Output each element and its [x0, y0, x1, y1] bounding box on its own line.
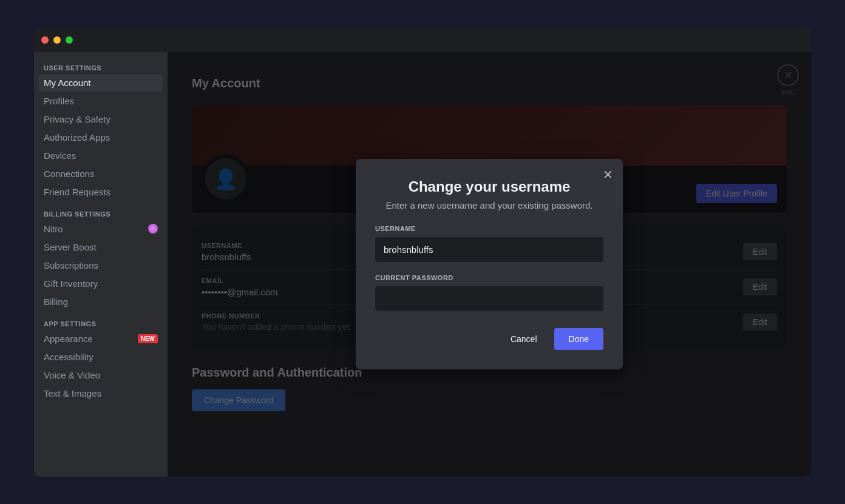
- sidebar-item-authorized-apps[interactable]: Authorized Apps: [39, 129, 163, 146]
- app-window: USER SETTINGS My Account Profiles Privac…: [34, 28, 811, 477]
- sidebar-item-my-account[interactable]: My Account: [39, 74, 163, 92]
- modal-subtitle: Enter a new username and your existing p…: [375, 200, 603, 210]
- new-badge: NEW: [138, 334, 158, 343]
- sidebar-item-privacy-safety[interactable]: Privacy & Safety: [39, 110, 163, 128]
- sidebar-item-gift-inventory[interactable]: Gift Inventory: [39, 275, 163, 292]
- sidebar: USER SETTINGS My Account Profiles Privac…: [34, 52, 168, 477]
- modal-close-button[interactable]: ✕: [603, 169, 613, 181]
- sidebar-item-accessibility[interactable]: Accessibility: [39, 348, 163, 366]
- minimize-button[interactable]: [53, 36, 61, 44]
- sidebar-item-voice-video[interactable]: Voice & Video: [39, 366, 163, 384]
- sidebar-item-nitro[interactable]: Nitro: [39, 220, 163, 238]
- modal-done-button[interactable]: Done: [554, 328, 603, 350]
- modal-password-label: CURRENT PASSWORD: [375, 274, 603, 281]
- close-button[interactable]: [41, 36, 49, 44]
- maximize-button[interactable]: [66, 36, 73, 44]
- sidebar-item-subscriptions[interactable]: Subscriptions: [39, 257, 163, 274]
- billing-settings-label: BILLING SETTINGS: [39, 210, 163, 218]
- modal-actions: Cancel Done: [375, 328, 603, 350]
- sidebar-item-billing[interactable]: Billing: [39, 293, 163, 311]
- modal-username-input[interactable]: [375, 237, 603, 262]
- app-settings-label: APP SETTINGS: [39, 320, 163, 328]
- sidebar-item-friend-requests[interactable]: Friend Requests: [39, 183, 163, 201]
- sidebar-item-profiles[interactable]: Profiles: [39, 92, 163, 110]
- traffic-lights: [41, 36, 73, 44]
- sidebar-item-devices[interactable]: Devices: [39, 147, 163, 164]
- change-username-modal: ✕ Change your username Enter a new usern…: [356, 159, 623, 369]
- modal-password-input[interactable]: [375, 286, 603, 311]
- main-content: ✕ ESC My Account 👤 Edit User Profile USE…: [168, 52, 811, 477]
- sidebar-item-server-boost[interactable]: Server Boost: [39, 238, 163, 256]
- nitro-icon: [148, 224, 158, 234]
- title-bar: [34, 28, 811, 52]
- sidebar-item-appearance[interactable]: Appearance NEW: [39, 330, 163, 348]
- app-body: USER SETTINGS My Account Profiles Privac…: [34, 52, 811, 477]
- modal-title: Change your username: [375, 178, 603, 195]
- modal-username-label: USERNAME: [375, 225, 603, 232]
- modal-cancel-button[interactable]: Cancel: [501, 328, 547, 350]
- user-settings-label: USER SETTINGS: [39, 64, 163, 72]
- sidebar-item-text-images[interactable]: Text & Images: [39, 385, 163, 402]
- sidebar-item-connections[interactable]: Connections: [39, 165, 163, 183]
- modal-overlay[interactable]: ✕ Change your username Enter a new usern…: [168, 52, 811, 477]
